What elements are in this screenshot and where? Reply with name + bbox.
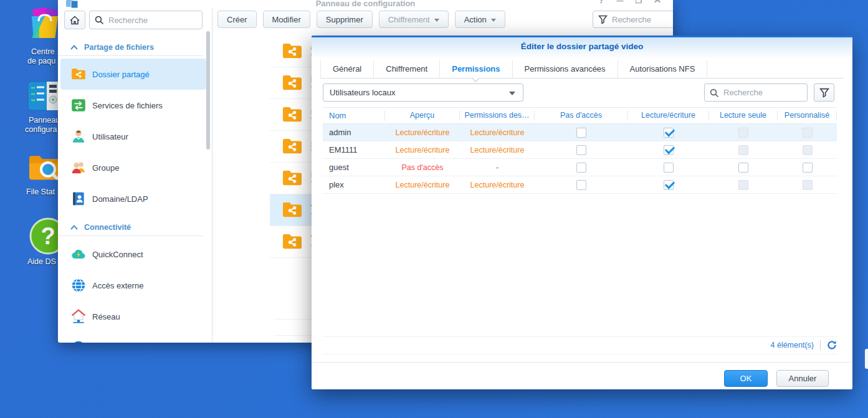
home-icon xyxy=(70,16,80,25)
quickconnect-icon xyxy=(70,246,87,262)
encryption-menu-button[interactable]: Chiffrement xyxy=(379,11,449,28)
sidebar-item-label: Utilisateur xyxy=(92,132,128,141)
action-menu-button[interactable]: Action xyxy=(455,11,505,28)
group-perm-value: Lecture/écriture xyxy=(460,181,535,189)
tab-permissions-avancees[interactable]: Permissions avancées xyxy=(512,60,618,78)
toolbar: Créer Modifier Supprimer Chiffrement Act… xyxy=(217,11,505,28)
read-only-checkbox[interactable] xyxy=(738,128,748,138)
section-connectivite[interactable]: Connectivité xyxy=(58,214,203,236)
chevron-down-icon xyxy=(491,19,496,22)
group-perm-value: - xyxy=(460,163,535,172)
sidebar-item-label: Services de fichiers xyxy=(92,101,163,110)
table-row-admin[interactable]: admin Lecture/écriture Lecture/écriture xyxy=(323,124,837,141)
toolbar-search-input[interactable] xyxy=(612,11,673,27)
col-personnalise[interactable]: Personnalisé xyxy=(778,110,837,121)
custom-checkbox[interactable] xyxy=(803,145,813,155)
network-icon xyxy=(70,308,87,325)
cancel-button[interactable]: Annuler xyxy=(776,370,829,387)
ok-button[interactable]: OK xyxy=(724,370,768,387)
section-partage-de-fichiers[interactable]: Partage de fichiers xyxy=(58,34,203,56)
dialog-search-input[interactable] xyxy=(723,84,803,101)
read-write-checkbox[interactable] xyxy=(664,163,674,173)
table-header-row: Nom Aperçu Permissions des… Pas d'accès … xyxy=(323,107,837,124)
user-scope-select[interactable]: Utilisateurs locaux xyxy=(323,83,523,102)
preview-value: Lecture/écriture xyxy=(385,128,460,137)
sidebar-item-label: Réseau xyxy=(92,312,120,321)
sidebar-item-utilisateur[interactable]: Utilisateur xyxy=(60,121,206,152)
col-permissions-des[interactable]: Permissions des… xyxy=(460,110,535,121)
package-center-icon xyxy=(29,7,61,40)
tab-autorisations-nfs[interactable]: Autorisations NFS xyxy=(618,60,708,78)
col-pas-dacces[interactable]: Pas d'accès xyxy=(535,110,628,121)
table-row-em1111[interactable]: EM1111 Lecture/écriture Lecture/écriture xyxy=(323,141,837,159)
desktop-icon-file-station[interactable] xyxy=(27,151,61,186)
delete-button[interactable]: Supprimer xyxy=(317,11,373,28)
create-button[interactable]: Créer xyxy=(217,11,257,28)
preview-value: Lecture/écriture xyxy=(385,181,460,189)
sidebar-item-quickconnect[interactable]: QuickConnect xyxy=(60,239,206,270)
col-nom[interactable]: Nom xyxy=(323,110,385,121)
col-lecture-ecriture[interactable]: Lecture/écriture xyxy=(628,110,709,121)
globe-icon xyxy=(70,277,87,293)
no-access-checkbox[interactable] xyxy=(576,145,586,155)
no-access-checkbox[interactable] xyxy=(576,163,586,173)
file-services-icon xyxy=(70,97,87,113)
maximize-icon[interactable] xyxy=(634,0,643,6)
sidebar-search-input[interactable] xyxy=(108,11,198,29)
sidebar-item-dossier-partage[interactable]: Dossier partagé xyxy=(60,59,206,90)
table-row-guest[interactable]: guest Pas d'accès - xyxy=(323,159,837,176)
edit-shared-folder-dialog: Éditer le dossier partagé video Général … xyxy=(312,36,852,389)
desktop-icon-package-center[interactable] xyxy=(29,7,61,42)
group-perm-value: Lecture/écriture xyxy=(460,128,535,137)
sidebar-item-reseau[interactable]: Réseau xyxy=(60,301,206,332)
custom-checkbox[interactable] xyxy=(803,163,813,173)
chevron-up-icon xyxy=(70,225,78,230)
shared-folder-icon xyxy=(281,167,303,189)
close-icon[interactable] xyxy=(653,0,662,6)
tab-general[interactable]: Général xyxy=(320,60,373,78)
user-name: plex xyxy=(323,180,385,189)
read-only-checkbox[interactable] xyxy=(738,145,748,155)
custom-checkbox[interactable] xyxy=(803,180,813,190)
sidebar-item-domaine-ldap[interactable]: Domaine/LDAP xyxy=(60,183,206,214)
table-row-plex[interactable]: plex Lecture/écriture Lecture/écriture xyxy=(323,176,837,194)
read-write-checkbox[interactable] xyxy=(664,128,674,138)
window-titlebar[interactable]: Panneau de configuration xyxy=(58,0,673,9)
read-write-checkbox[interactable] xyxy=(664,180,674,190)
chevron-down-icon xyxy=(434,19,439,22)
read-only-checkbox[interactable] xyxy=(738,180,748,190)
dialog-filter-button[interactable] xyxy=(814,83,834,102)
refresh-icon[interactable] xyxy=(827,340,837,350)
help-button-icon[interactable] xyxy=(597,0,606,6)
footer-separator xyxy=(323,354,837,354)
sidebar: Partage de fichiers Dossier partagé xyxy=(58,9,212,343)
sidebar-item-label: Accès externe xyxy=(92,281,143,290)
sidebar-item-label: Domaine/LDAP xyxy=(92,194,148,204)
no-access-checkbox[interactable] xyxy=(576,180,586,190)
desktop-icon-control-panel[interactable] xyxy=(27,80,60,114)
read-write-checkbox[interactable] xyxy=(664,145,674,155)
tab-permissions[interactable]: Permissions xyxy=(439,60,512,78)
group-perm-value: Lecture/écriture xyxy=(460,146,535,154)
sidebar-item-label: Dossier partagé xyxy=(92,70,150,79)
modify-button[interactable]: Modifier xyxy=(263,11,310,28)
sidebar-item-groupe[interactable]: Groupe xyxy=(60,152,206,183)
col-apercu[interactable]: Aperçu xyxy=(385,110,460,121)
minimize-icon[interactable] xyxy=(616,0,624,6)
sidebar-item-services-de-fichiers[interactable]: Services de fichiers xyxy=(60,90,206,121)
shared-folder-icon xyxy=(70,66,87,82)
tab-chiffrement[interactable]: Chiffrement xyxy=(373,60,439,78)
read-only-checkbox[interactable] xyxy=(738,163,748,173)
sidebar-nav: Partage de fichiers Dossier partagé xyxy=(58,34,212,343)
home-button[interactable] xyxy=(64,11,85,29)
desktop-label: configura xyxy=(25,125,57,134)
dhcp-icon xyxy=(70,340,87,343)
col-lecture-seule[interactable]: Lecture seule xyxy=(709,110,778,121)
dialog-title[interactable]: Éditer le dossier partagé video xyxy=(312,37,852,58)
sidebar-item-acces-externe[interactable]: Accès externe xyxy=(60,270,206,301)
no-access-checkbox[interactable] xyxy=(576,128,586,138)
window-title: Panneau de configuration xyxy=(58,0,673,8)
user-name: EM1111 xyxy=(323,145,385,154)
sidebar-item-serveur-dhcp[interactable]: Serveur DHCP xyxy=(60,332,206,343)
custom-checkbox[interactable] xyxy=(803,128,813,138)
